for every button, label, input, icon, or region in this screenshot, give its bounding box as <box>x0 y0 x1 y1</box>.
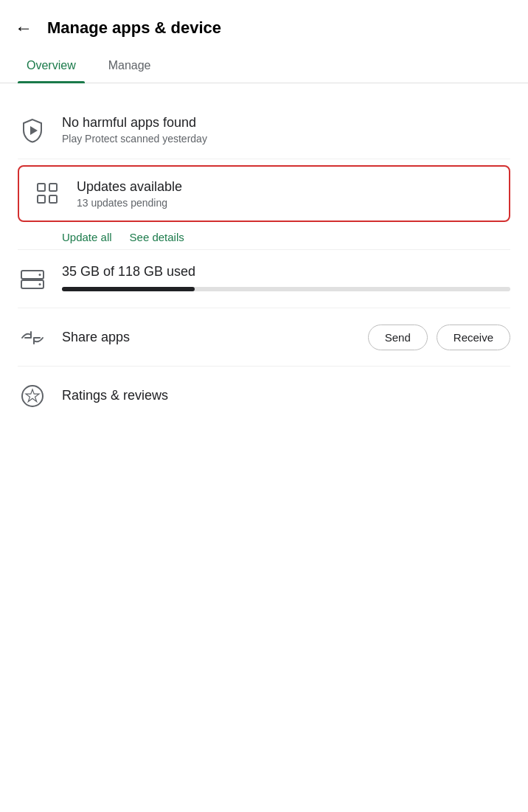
updates-section: Updates available 13 updates pending <box>18 165 510 222</box>
updates-actions: Update all See details <box>18 231 510 243</box>
ratings-section: Ratings & reviews <box>18 367 510 424</box>
storage-progress-fill <box>62 287 195 291</box>
storage-title: 35 GB of 118 GB used <box>62 263 510 280</box>
updates-subtitle: 13 updates pending <box>77 197 496 209</box>
divider-1 <box>18 159 510 159</box>
page-title: Manage apps & device <box>47 18 221 38</box>
shield-icon <box>18 116 47 145</box>
header: ← Manage apps & device <box>0 0 528 49</box>
svg-rect-1 <box>38 184 45 191</box>
content-area: No harmful apps found Play Protect scann… <box>0 83 528 442</box>
share-content: Share apps Send Receive <box>62 325 510 350</box>
share-buttons: Send Receive <box>368 325 510 350</box>
tab-manage[interactable]: Manage <box>100 49 160 83</box>
see-details-link[interactable]: See details <box>130 231 184 243</box>
tab-overview[interactable]: Overview <box>18 49 85 83</box>
svg-point-7 <box>39 274 41 276</box>
updates-title: Updates available <box>77 178 496 195</box>
play-protect-section: No harmful apps found Play Protect scann… <box>18 101 510 159</box>
send-button[interactable]: Send <box>368 325 428 350</box>
svg-rect-2 <box>49 184 57 191</box>
update-all-link[interactable]: Update all <box>62 231 112 243</box>
storage-section: 35 GB of 118 GB used <box>18 250 510 308</box>
tab-bar: Overview Manage <box>0 49 528 83</box>
receive-button[interactable]: Receive <box>437 325 510 350</box>
star-icon <box>18 381 47 411</box>
storage-text: 35 GB of 118 GB used <box>62 263 510 291</box>
updates-text: Updates available 13 updates pending <box>77 178 496 209</box>
updates-wrapper: Updates available 13 updates pending Upd… <box>18 165 510 243</box>
play-protect-title: No harmful apps found <box>62 114 510 131</box>
ratings-text: Ratings & reviews <box>62 387 510 404</box>
svg-marker-10 <box>26 389 39 402</box>
svg-point-8 <box>39 283 41 285</box>
play-protect-text: No harmful apps found Play Protect scann… <box>62 114 510 145</box>
back-button[interactable]: ← <box>12 15 35 41</box>
svg-rect-4 <box>49 195 57 203</box>
svg-rect-3 <box>38 195 45 203</box>
share-apps-section: Share apps Send Receive <box>18 308 510 366</box>
play-protect-subtitle: Play Protect scanned yesterday <box>62 133 510 145</box>
share-apps-title: Share apps <box>62 329 130 346</box>
ratings-title: Ratings & reviews <box>62 387 510 404</box>
storage-progress-bar <box>62 287 510 291</box>
storage-icon <box>18 265 47 294</box>
svg-marker-0 <box>30 126 38 135</box>
share-icon <box>18 323 47 353</box>
apps-grid-icon <box>32 178 62 208</box>
